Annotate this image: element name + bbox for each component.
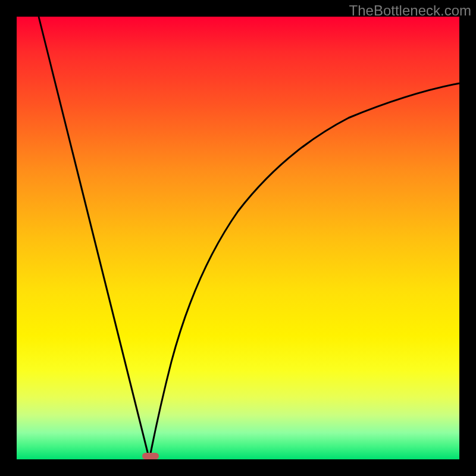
chart-frame: TheBottleneck.com — [0, 0, 476, 476]
minimum-marker — [142, 453, 159, 459]
plot-area — [17, 17, 459, 459]
curve-right-branch — [149, 83, 459, 459]
curve-layer — [17, 17, 459, 459]
watermark-text: TheBottleneck.com — [349, 2, 471, 19]
curve-left-branch — [39, 17, 149, 459]
